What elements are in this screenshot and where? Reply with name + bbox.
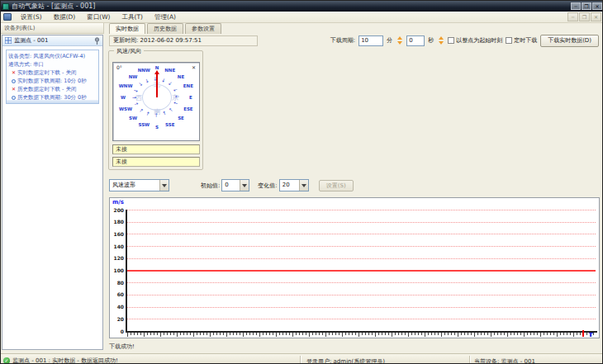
minimize-icon[interactable]: ─ xyxy=(571,2,581,10)
device-info-row: 通讯方式: 串口 xyxy=(8,60,97,69)
menu-item-工[interactable]: 工具(T) xyxy=(116,12,149,22)
menu-item-数[interactable]: 数据(D) xyxy=(48,12,82,22)
close-icon[interactable]: ✕ xyxy=(592,2,602,10)
tab-2[interactable]: 参数设置 xyxy=(185,23,221,34)
status-message: 监测点 - 001 : 实时数据 - 数据返回成功! xyxy=(12,357,118,364)
device-item[interactable]: 监测点 - 001 xyxy=(2,35,102,46)
compass-direction-SSW: SSW xyxy=(138,122,150,127)
device-info-text: 实时数据下载周期: 10分 0秒 xyxy=(17,77,87,85)
menu-item-窗[interactable]: 窗口(W) xyxy=(81,12,116,22)
compass-arrow-NE: → xyxy=(168,81,175,88)
seconds-input[interactable]: 0 xyxy=(406,35,425,46)
waveform-select[interactable]: 风速波形 xyxy=(109,179,169,191)
minutes-stepper[interactable] xyxy=(396,35,403,46)
device-info-box: 设备类型: 风速风向仪(ACFW-4)通讯方式: 串口✕实时数据定时下载 - 关… xyxy=(6,50,99,104)
download-realtime-button[interactable]: 下载实时数据(D) xyxy=(540,35,599,47)
gridline-20 xyxy=(127,319,596,319)
align-to-hour-checkbox[interactable] xyxy=(448,37,454,44)
download-controls: 下载周期: 10 分 0 秒 以整点为起始时刻 定时下载 下载实时数据(D) xyxy=(330,34,599,47)
compass-arrow-SW: → xyxy=(137,106,145,114)
gridline-60 xyxy=(127,295,596,295)
compass-arrow-NNW: → xyxy=(144,78,150,83)
status-current-device: 当前设备: 监测点 - 001 xyxy=(474,357,535,364)
minutes-input[interactable]: 10 xyxy=(358,35,383,46)
mdi-restore-icon[interactable]: ❐ xyxy=(579,12,590,21)
clock-icon xyxy=(12,96,16,100)
status-separator xyxy=(300,356,301,364)
gridline-80 xyxy=(127,282,596,283)
compass-direction-SW: SW xyxy=(129,116,137,121)
set-button[interactable]: 设置(S) xyxy=(319,180,354,191)
tab-1[interactable]: 历史数据 xyxy=(147,23,183,34)
chart-ytick-label: 200 xyxy=(110,207,124,213)
chart-ytick-label: 120 xyxy=(110,255,124,261)
device-info-text: 通讯方式: 串口 xyxy=(8,60,44,69)
mdi-child-icon[interactable] xyxy=(3,13,12,21)
device-info-footer xyxy=(6,100,99,104)
mdi-window-buttons: ─ ❐ ✕ xyxy=(567,12,603,21)
wind-compass: 0° ✕ 北 南 西 东 N→NNE→NE→ENE→E→ESE→SE→SSE→S… xyxy=(112,62,200,141)
maximize-icon[interactable]: ❐ xyxy=(582,2,591,10)
compass-direction-ESE: ESE xyxy=(183,106,192,111)
x-axis-major-ticks xyxy=(127,333,596,337)
device-info-row: ✕实时数据定时下载 - 关闭 xyxy=(8,69,97,77)
chart-ytick-label: 20 xyxy=(110,316,124,322)
chart-ytick-label: 0 xyxy=(110,329,124,334)
compass-direction-NNE: NNE xyxy=(164,68,175,73)
gridline-160 xyxy=(127,234,596,234)
waveform-controls: 风速波形 初始值: 0 变化值: 20 设置(S) xyxy=(109,179,354,191)
menubar: 设置(S)数据(D)窗口(W)工具(T)管理(A) ─ ❐ ✕ xyxy=(1,12,603,23)
align-to-hour-label: 以整点为起始时刻 xyxy=(456,36,502,45)
cross-icon: ✕ xyxy=(11,69,17,77)
change-value-select[interactable]: 20 xyxy=(279,179,309,191)
minutes-unit: 分 xyxy=(387,36,392,45)
pin-icon[interactable] xyxy=(94,37,100,45)
chevron-down-icon xyxy=(159,180,169,191)
device-list-panel: 监测点 - 001 设备类型: 风速风向仪(ACFW-4)通讯方式: 串口✕实时… xyxy=(2,35,103,350)
wind-speed-chart: m/s T 200180160140120100806040200 xyxy=(109,197,600,338)
mdi-minimize-icon[interactable]: ─ xyxy=(567,12,578,21)
gridline-200 xyxy=(127,210,596,210)
compass-corner-mark: ✕ xyxy=(192,64,196,70)
period-label: 下载周期: xyxy=(330,36,355,45)
chart-ytick-label: 60 xyxy=(110,291,124,297)
tab-bar: 实时数据历史数据参数设置 xyxy=(109,23,221,34)
mdi-close-icon[interactable]: ✕ xyxy=(591,12,601,21)
change-value-label: 变化值: xyxy=(258,182,277,190)
chart-ytick-label: 80 xyxy=(110,280,124,286)
compass-direction-E: E xyxy=(189,95,192,100)
initial-value-select[interactable]: 0 xyxy=(221,179,249,191)
gridline-120 xyxy=(127,258,596,259)
menu-item-管[interactable]: 管理(A) xyxy=(149,12,182,22)
compass-arrow-NW: → xyxy=(137,81,145,88)
clock-icon xyxy=(12,79,16,83)
compass-direction-NNW: NNW xyxy=(138,68,150,73)
seconds-unit: 秒 xyxy=(428,36,434,45)
cross-icon: ✕ xyxy=(11,85,17,93)
compass-arrow-E: → xyxy=(175,94,179,100)
device-info-text: 历史数据定时下载 - 关闭 xyxy=(17,85,76,93)
gridline-180 xyxy=(127,222,596,223)
series-line-100 xyxy=(127,270,596,272)
seconds-stepper[interactable] xyxy=(437,35,444,46)
status-login-user: 登录用户: admin(系统管理员) xyxy=(306,357,385,364)
wind-needle-tip xyxy=(154,70,159,74)
y-axis-line xyxy=(126,210,127,333)
device-info-text: 实时数据定时下载 - 关闭 xyxy=(17,69,76,77)
chevron-down-icon xyxy=(299,180,308,191)
status-separator xyxy=(469,356,470,364)
chevron-down-icon xyxy=(240,180,249,191)
menu-item-设[interactable]: 设置(S) xyxy=(15,12,48,22)
gridline-140 xyxy=(127,246,596,247)
waveform-select-value: 风速波形 xyxy=(110,180,159,191)
tab-0[interactable]: 实时数据 xyxy=(109,23,145,34)
device-info-row: 设备类型: 风速风向仪(ACFW-4) xyxy=(8,52,97,60)
device-info-text: 设备类型: 风速风向仪(ACFW-4) xyxy=(8,52,85,60)
compass-arrow-W: → xyxy=(132,94,136,100)
compass-arrow-S: → xyxy=(153,113,159,117)
chart-ytick-label: 180 xyxy=(110,219,124,225)
compass-direction-N: N xyxy=(155,65,159,70)
download-status-text: 下载成功! xyxy=(109,343,135,351)
window-title: 自动气象站 - [监测点 - 001] xyxy=(12,2,571,11)
timer-download-checkbox[interactable] xyxy=(506,37,512,44)
